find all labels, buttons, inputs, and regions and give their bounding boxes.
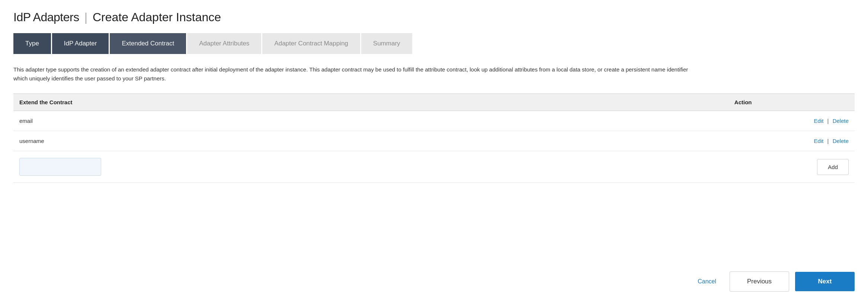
action-cell-email: Edit | Delete xyxy=(728,111,855,131)
table-row: email Edit | Delete xyxy=(13,111,855,131)
delete-username-link[interactable]: Delete xyxy=(833,138,849,144)
tabs-bar: Type IdP Adapter Extended Contract Adapt… xyxy=(13,33,855,54)
page-container: IdP Adapters | Create Adapter Instance T… xyxy=(0,0,868,302)
action-cell-username: Edit | Delete xyxy=(728,131,855,151)
next-button[interactable]: Next xyxy=(795,272,855,291)
contract-value-email: email xyxy=(13,111,728,131)
add-contract-row: Add xyxy=(13,151,855,183)
tab-extended-contract[interactable]: Extended Contract xyxy=(110,33,186,54)
footer-actions: Cancel Previous Next xyxy=(13,249,855,292)
edit-username-link[interactable]: Edit xyxy=(814,138,824,144)
column-header-action: Action xyxy=(728,94,855,111)
contract-value-username: username xyxy=(13,131,728,151)
tab-summary[interactable]: Summary xyxy=(361,33,412,54)
page-title: Create Adapter Instance xyxy=(93,10,221,24)
cancel-button[interactable]: Cancel xyxy=(690,273,724,290)
previous-button[interactable]: Previous xyxy=(730,271,789,292)
tab-adapter-contract-mapping[interactable]: Adapter Contract Mapping xyxy=(262,33,360,54)
delete-email-link[interactable]: Delete xyxy=(833,118,849,124)
edit-email-link[interactable]: Edit xyxy=(814,118,824,124)
table-row: username Edit | Delete xyxy=(13,131,855,151)
description-text: This adapter type supports the creation … xyxy=(13,65,702,83)
action-separator: | xyxy=(827,118,829,124)
action-separator: | xyxy=(827,138,829,144)
add-contract-button[interactable]: Add xyxy=(817,159,849,175)
tab-type[interactable]: Type xyxy=(13,33,51,54)
header-separator: | xyxy=(84,10,87,24)
page-header: IdP Adapters | Create Adapter Instance xyxy=(13,10,855,24)
tab-adapter-attributes[interactable]: Adapter Attributes xyxy=(187,33,261,54)
table-header-row: Extend the Contract Action xyxy=(13,94,855,111)
breadcrumb: IdP Adapters xyxy=(13,10,79,24)
add-button-cell: Add xyxy=(728,151,855,183)
tab-idp-adapter[interactable]: IdP Adapter xyxy=(52,33,109,54)
new-contract-input[interactable] xyxy=(19,158,101,176)
add-input-cell xyxy=(13,151,728,183)
contract-table: Extend the Contract Action email Edit | … xyxy=(13,93,855,183)
column-header-contract: Extend the Contract xyxy=(13,94,728,111)
